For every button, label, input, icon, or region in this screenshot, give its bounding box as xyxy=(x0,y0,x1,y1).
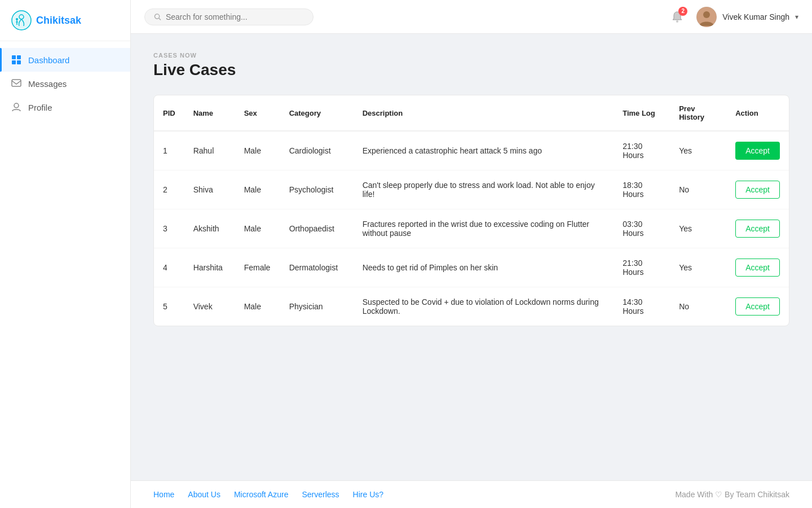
svg-rect-5 xyxy=(12,55,16,59)
svg-rect-7 xyxy=(12,60,16,64)
table-row: 4 Harshita Female Dermatologist Needs to… xyxy=(154,248,789,287)
cell-description: Experienced a catastrophic heart attack … xyxy=(354,131,614,170)
notification-button[interactable]: 2 xyxy=(667,7,687,27)
footer-link-serverless[interactable]: Serverless xyxy=(302,490,339,499)
user-info[interactable]: Vivek Kumar Singh ▾ xyxy=(696,7,798,27)
col-header-pid: PID xyxy=(154,95,184,131)
avatar xyxy=(696,7,717,27)
table-row: 3 Akshith Male Orthopaedist Fractures re… xyxy=(154,209,789,248)
cell-name: Shiva xyxy=(184,170,235,209)
cell-timelog: 03:30 Hours xyxy=(614,209,670,248)
cell-action: Accept xyxy=(726,248,789,287)
cell-sex: Male xyxy=(235,209,280,248)
page-label: CASES NOW xyxy=(153,52,789,59)
table-row: 5 Vivek Male Physician Suspected to be C… xyxy=(154,287,789,326)
col-header-sex: Sex xyxy=(235,95,280,131)
dropdown-arrow-icon: ▾ xyxy=(795,13,798,21)
logo-icon xyxy=(11,10,32,30)
cell-category: Cardiologist xyxy=(280,131,354,170)
cell-name: Harshita xyxy=(184,248,235,287)
search-box[interactable] xyxy=(144,8,314,25)
cell-sex: Male xyxy=(235,131,280,170)
cell-category: Orthopaedist xyxy=(280,209,354,248)
svg-rect-8 xyxy=(17,60,21,64)
svg-rect-9 xyxy=(12,80,21,86)
cell-description: Can't sleep properly due to stress and w… xyxy=(354,170,614,209)
cell-category: Physician xyxy=(280,287,354,326)
page-content: CASES NOW Live Cases PID Name Sex Catego… xyxy=(131,34,812,480)
sidebar-item-profile[interactable]: Profile xyxy=(0,95,130,119)
col-header-timelog: Time Log xyxy=(614,95,670,131)
cell-pid: 5 xyxy=(154,287,184,326)
cell-name: Akshith xyxy=(184,209,235,248)
cell-sex: Male xyxy=(235,287,280,326)
notification-badge: 2 xyxy=(678,7,687,16)
accept-button[interactable]: Accept xyxy=(735,181,780,199)
cell-pid: 3 xyxy=(154,209,184,248)
footer-link-azure[interactable]: Microsoft Azure xyxy=(234,490,288,499)
header-right: 2 Vivek Kumar Singh ▾ xyxy=(667,7,798,27)
cell-prevhistory: Yes xyxy=(670,209,726,248)
footer-credit: Made With ♡ By Team Chikitsak xyxy=(675,490,789,499)
cell-name: Rahul xyxy=(184,131,235,170)
svg-point-13 xyxy=(676,20,678,23)
cell-action: Accept xyxy=(726,287,789,326)
svg-point-15 xyxy=(703,11,710,18)
cell-sex: Male xyxy=(235,170,280,209)
accept-button[interactable]: Accept xyxy=(735,220,780,238)
user-name: Vivek Kumar Singh xyxy=(722,12,789,21)
footer-links: Home About Us Microsoft Azure Serverless… xyxy=(153,490,383,499)
cell-description: Needs to get rid of Pimples on her skin xyxy=(354,248,614,287)
cell-category: Dermatologist xyxy=(280,248,354,287)
accept-button[interactable]: Accept xyxy=(735,297,780,316)
sidebar-item-profile-label: Profile xyxy=(28,103,52,112)
cell-prevhistory: Yes xyxy=(670,248,726,287)
sidebar-item-messages-label: Messages xyxy=(28,79,67,89)
sidebar-logo: Chikitsak xyxy=(0,0,130,41)
cases-table-card: PID Name Sex Category Description Time L… xyxy=(153,95,789,326)
messages-icon xyxy=(11,78,21,89)
cases-table: PID Name Sex Category Description Time L… xyxy=(154,95,789,326)
table-row: 1 Rahul Male Cardiologist Experienced a … xyxy=(154,131,789,170)
app-name: Chikitsak xyxy=(36,15,81,27)
cell-timelog: 14:30 Hours xyxy=(614,287,670,326)
footer-link-hire[interactable]: Hire Us? xyxy=(353,490,383,499)
search-icon xyxy=(154,13,161,21)
footer-link-about[interactable]: About Us xyxy=(188,490,220,499)
svg-point-10 xyxy=(14,103,19,108)
svg-point-2 xyxy=(16,18,18,20)
col-header-name: Name xyxy=(184,95,235,131)
sidebar-item-dashboard-label: Dashboard xyxy=(28,55,69,65)
col-header-description: Description xyxy=(354,95,614,131)
cell-name: Vivek xyxy=(184,287,235,326)
accept-button[interactable]: Accept xyxy=(735,259,780,277)
main-content: 2 Vivek Kumar Singh ▾ CASES NOW xyxy=(131,0,812,508)
sidebar-nav: Dashboard Messages Profile xyxy=(0,41,130,126)
sidebar-item-dashboard[interactable]: Dashboard xyxy=(0,48,130,72)
profile-icon xyxy=(11,102,21,112)
footer-link-home[interactable]: Home xyxy=(153,490,174,499)
svg-line-12 xyxy=(159,18,161,20)
cell-description: Fractures reported in the wrist due to e… xyxy=(354,209,614,248)
col-header-category: Category xyxy=(280,95,354,131)
dashboard-icon xyxy=(11,55,21,65)
cell-pid: 4 xyxy=(154,248,184,287)
avatar-image xyxy=(696,7,717,27)
page-title: Live Cases xyxy=(153,61,789,79)
svg-point-0 xyxy=(12,11,31,30)
cell-prevhistory: Yes xyxy=(670,131,726,170)
col-header-prevhistory: PrevHistory xyxy=(670,95,726,131)
cell-action: Accept xyxy=(726,209,789,248)
col-header-action: Action xyxy=(726,95,789,131)
table-row: 2 Shiva Male Psychologist Can't sleep pr… xyxy=(154,170,789,209)
search-input[interactable] xyxy=(166,12,304,21)
sidebar-item-messages[interactable]: Messages xyxy=(0,72,130,95)
cell-timelog: 21:30 Hours xyxy=(614,248,670,287)
footer: Home About Us Microsoft Azure Serverless… xyxy=(131,480,812,508)
cell-pid: 2 xyxy=(154,170,184,209)
accept-button[interactable]: Accept xyxy=(735,142,780,160)
header: 2 Vivek Kumar Singh ▾ xyxy=(131,0,812,34)
table-header-row: PID Name Sex Category Description Time L… xyxy=(154,95,789,131)
cell-prevhistory: No xyxy=(670,287,726,326)
cell-timelog: 21:30 Hours xyxy=(614,131,670,170)
